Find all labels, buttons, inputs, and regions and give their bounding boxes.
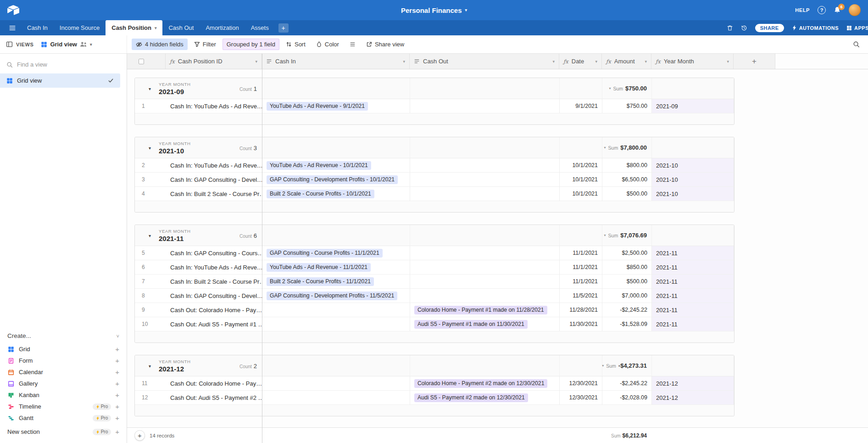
cell-amount[interactable]: -$1,528.09 bbox=[602, 317, 652, 331]
row-number[interactable]: 6 bbox=[135, 260, 166, 274]
cell-amount[interactable]: -$2,245.22 bbox=[602, 376, 652, 390]
cell-cash-in[interactable]: GAP Consulting - Development Profits - 1… bbox=[262, 289, 410, 303]
column-header-cash-in[interactable]: Cash In▾ bbox=[262, 54, 410, 69]
cell-date[interactable]: 11/1/2021 bbox=[560, 260, 602, 274]
group-add-row-strip[interactable] bbox=[135, 201, 734, 212]
view-switcher[interactable]: Grid view ▾ bbox=[41, 41, 92, 48]
cell-id[interactable]: Cash In: GAP Consulting - Cours… bbox=[166, 246, 262, 260]
table-row[interactable]: 8Cash In: GAP Consulting - Devel…GAP Con… bbox=[135, 289, 734, 303]
row-number[interactable]: 3 bbox=[135, 173, 166, 186]
new-section-button[interactable]: New section Pro + bbox=[7, 424, 119, 437]
cell-amount[interactable]: $500.00 bbox=[602, 275, 652, 288]
cell-cash-out[interactable]: Colorado Home - Payment #1 made on 11/28… bbox=[410, 303, 560, 317]
column-header-cash-position-id[interactable]: ƒxCash Position ID▾ bbox=[166, 54, 262, 69]
cell-amount[interactable]: $850.00 bbox=[602, 260, 652, 274]
cell-cash-out[interactable] bbox=[410, 173, 560, 186]
group-header-cell-amount[interactable]: ▾Sum$7,076.69 bbox=[602, 225, 652, 246]
question-icon[interactable]: ? bbox=[818, 6, 826, 14]
cell-id[interactable]: Cash In: GAP Consulting - Devel… bbox=[166, 173, 262, 186]
row-number[interactable]: 10 bbox=[135, 317, 166, 331]
table-row[interactable]: 6Cash In: YouTube Ads - Ad Reve…YouTube … bbox=[135, 260, 734, 275]
create-calendar-view-button[interactable]: Calendar+ bbox=[7, 366, 119, 378]
airtable-logo-icon[interactable] bbox=[7, 5, 19, 15]
add-view-icon[interactable]: + bbox=[115, 346, 119, 353]
collapse-group-button[interactable]: ▾ bbox=[149, 233, 151, 238]
cell-cash-out[interactable]: Audi S5 - Payment #1 made on 11/30/2021 bbox=[410, 317, 560, 331]
create-form-view-button[interactable]: Form+ bbox=[7, 355, 119, 366]
tab-cash-in[interactable]: Cash In bbox=[21, 20, 54, 35]
cell-date[interactable]: 11/1/2021 bbox=[560, 246, 602, 260]
cell-amount[interactable]: -$2,028.09 bbox=[602, 391, 652, 404]
cell-year-month[interactable]: 2021-12 bbox=[652, 391, 734, 404]
apps-button[interactable]: APPS bbox=[846, 25, 868, 31]
table-row[interactable]: 11Cash Out: Colorado Home - Pay…Colorado… bbox=[135, 376, 734, 391]
cell-cash-out[interactable] bbox=[410, 289, 560, 303]
table-row[interactable]: 1Cash In: YouTube Ads - Ad Reve…YouTube … bbox=[135, 99, 734, 113]
cell-cash-in[interactable]: YouTube Ads - Ad Revenue - 9/1/2021 bbox=[262, 99, 410, 113]
row-number[interactable]: 2 bbox=[135, 158, 166, 172]
search-button[interactable] bbox=[853, 41, 860, 48]
cell-cash-in[interactable]: YouTube Ads - Ad Revenue - 11/1/2021 bbox=[262, 260, 410, 274]
add-section-icon[interactable]: + bbox=[115, 428, 119, 435]
add-view-icon[interactable]: + bbox=[115, 369, 119, 376]
cell-date[interactable]: 11/28/2021 bbox=[560, 303, 602, 317]
collapse-group-button[interactable]: ▾ bbox=[149, 86, 151, 91]
row-number[interactable]: 1 bbox=[135, 99, 166, 113]
table-row[interactable]: 12Cash Out: Audi S5 - Payment #2 …Audi S… bbox=[135, 391, 734, 405]
create-grid-view-button[interactable]: Grid+ bbox=[7, 343, 119, 355]
cell-amount[interactable]: $6,500.00 bbox=[602, 173, 652, 186]
collapse-group-button[interactable]: ▾ bbox=[149, 363, 151, 368]
menu-icon[interactable] bbox=[5, 20, 20, 35]
table-row[interactable]: 5Cash In: GAP Consulting - Cours…GAP Con… bbox=[135, 246, 734, 260]
group-header-cell-amount[interactable]: ▾Sum-$4,273.31 bbox=[602, 355, 652, 376]
add-view-icon[interactable]: + bbox=[115, 380, 119, 387]
sidebar-item-grid-view[interactable]: Grid view bbox=[0, 73, 120, 88]
filter-button[interactable]: Filter bbox=[190, 39, 220, 50]
cell-date[interactable]: 10/1/2021 bbox=[560, 158, 602, 172]
hidden-fields-button[interactable]: 4 hidden fields bbox=[132, 39, 188, 50]
column-header-year-month[interactable]: ƒxYear Month▾ bbox=[651, 54, 734, 69]
cell-cash-out[interactable] bbox=[410, 158, 560, 172]
cell-year-month[interactable]: 2021-09 bbox=[652, 99, 734, 113]
add-view-icon[interactable]: + bbox=[115, 415, 119, 421]
cell-cash-in[interactable]: GAP Consulting - Development Profits - 1… bbox=[262, 173, 410, 186]
cell-cash-in[interactable]: Built 2 Scale - Course Profits - 11/1/20… bbox=[262, 275, 410, 288]
row-number[interactable]: 9 bbox=[135, 303, 166, 317]
views-toggle-button[interactable]: VIEWS bbox=[6, 41, 33, 48]
group-add-row-strip[interactable] bbox=[135, 405, 734, 416]
cell-cash-in[interactable] bbox=[262, 391, 410, 404]
cell-amount[interactable]: $7,000.00 bbox=[602, 289, 652, 303]
add-view-icon[interactable]: + bbox=[115, 357, 119, 364]
tab-assets[interactable]: Assets bbox=[245, 20, 275, 35]
cell-date[interactable]: 10/1/2021 bbox=[560, 173, 602, 186]
group-button[interactable]: Grouped by 1 field bbox=[223, 39, 279, 50]
cell-year-month[interactable]: 2021-10 bbox=[652, 158, 734, 172]
table-row[interactable]: 2Cash In: YouTube Ads - Ad Reve…YouTube … bbox=[135, 158, 734, 173]
group-add-row-strip[interactable] bbox=[135, 331, 734, 342]
cell-cash-out[interactable] bbox=[410, 99, 560, 113]
automations-button[interactable]: AUTOMATIONS bbox=[792, 25, 839, 31]
row-number[interactable]: 11 bbox=[135, 376, 166, 390]
cell-year-month[interactable]: 2021-11 bbox=[652, 275, 734, 288]
cell-id[interactable]: Cash In: Built 2 Scale - Course Pr… bbox=[166, 187, 262, 201]
cell-cash-in[interactable]: YouTube Ads - Ad Revenue - 10/1/2021 bbox=[262, 158, 410, 172]
share-view-button[interactable]: Share view bbox=[362, 39, 408, 50]
cell-year-month[interactable]: 2021-11 bbox=[652, 289, 734, 303]
cell-id[interactable]: Cash Out: Colorado Home - Pay… bbox=[166, 303, 262, 317]
row-number[interactable]: 4 bbox=[135, 187, 166, 201]
add-view-icon[interactable]: + bbox=[115, 392, 119, 398]
tab-cash-position[interactable]: Cash Position▾ bbox=[106, 20, 162, 35]
cell-id[interactable]: Cash Out: Audi S5 - Payment #1 … bbox=[166, 317, 262, 331]
table-row[interactable]: 3Cash In: GAP Consulting - Devel…GAP Con… bbox=[135, 173, 734, 187]
create-kanban-view-button[interactable]: Kanban+ bbox=[7, 389, 119, 401]
tab-cash-out[interactable]: Cash Out bbox=[162, 20, 200, 35]
group-header-cell-amount[interactable]: ▾Sum$750.00 bbox=[602, 78, 652, 99]
cell-cash-out[interactable] bbox=[410, 260, 560, 274]
cell-cash-out[interactable] bbox=[410, 187, 560, 201]
column-header-date[interactable]: ƒxDate▾ bbox=[559, 54, 602, 69]
create-section-toggle[interactable]: Create... ˅ bbox=[7, 331, 119, 343]
row-number[interactable]: 7 bbox=[135, 275, 166, 288]
cell-cash-in[interactable] bbox=[262, 303, 410, 317]
select-all-checkbox[interactable] bbox=[139, 59, 144, 64]
group-add-row-strip[interactable] bbox=[135, 113, 734, 124]
